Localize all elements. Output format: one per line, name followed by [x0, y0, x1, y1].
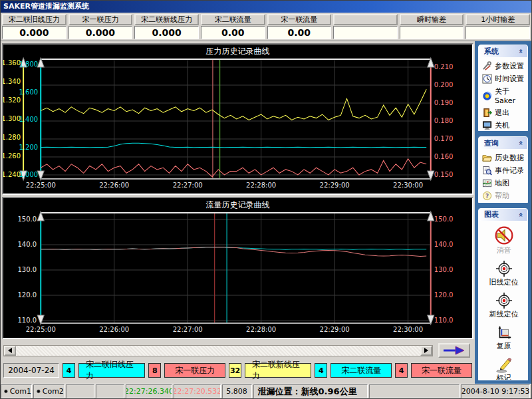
sidebar-item-mark[interactable]: 标记: [481, 354, 526, 380]
legend-item-song1-flow[interactable]: 宋一联流量: [411, 363, 472, 378]
svg-text:22:27:00: 22:27:00: [173, 182, 203, 189]
sidebar-item-label: 新线定位: [489, 309, 519, 319]
sidebar-item-time[interactable]: 时间设置: [481, 72, 526, 85]
svg-text:1.200: 1.200: [19, 144, 38, 151]
sidebar-item-locate-old[interactable]: 旧线定位: [481, 258, 526, 290]
svg-text:140.0: 140.0: [434, 241, 454, 249]
svg-text:22:27:00: 22:27:00: [173, 326, 203, 333]
chevron-up-icon: «: [517, 211, 525, 219]
svg-text:1.240: 1.240: [3, 172, 21, 179]
header-label-2: 宋二联新线压力: [134, 14, 199, 25]
title-bar[interactable]: SAKER管道泄漏监测系统: [1, 1, 531, 13]
tools-icon: [482, 61, 492, 71]
svg-text:110.0: 110.0: [434, 317, 454, 325]
legend-item-song2-new-pressure[interactable]: 宋二联新线压力: [245, 363, 311, 378]
status-cell-blank-1: [66, 384, 94, 398]
status-cell-time-red: 22:27:20.532: [174, 384, 220, 398]
status-text-delta: 5.808: [226, 387, 247, 396]
chart-title: 流量历史记录曲线: [205, 200, 269, 209]
svg-text:130.0: 130.0: [17, 267, 37, 274]
forward-button[interactable]: [438, 343, 470, 358]
sidebar-item-map[interactable]: 地图: [481, 177, 526, 190]
svg-text:150.0: 150.0: [17, 216, 37, 223]
status-cell-blank-3: [369, 384, 460, 398]
legend-count-song2-old-pressure: 4: [63, 363, 75, 378]
legend-count-song1-flow: 4: [395, 363, 408, 378]
chart-area: 1.3601.3401.3201.3001.2801.2601.2401.800…: [1, 41, 475, 384]
pane-title: 系统: [484, 47, 499, 57]
svg-text:1.320: 1.320: [3, 97, 21, 104]
svg-text:?: ?: [485, 193, 489, 200]
status-cell-leak-position: 泄漏位置：新线0.96公里: [253, 384, 368, 398]
header-value-1: 0.000: [68, 26, 133, 39]
header-value-4: 0.00: [267, 26, 332, 39]
status-text-com2: Com2: [43, 387, 64, 396]
svg-text:1.300: 1.300: [3, 116, 21, 123]
right-triangle-icon: [424, 348, 428, 353]
exit-icon: [482, 108, 492, 118]
chevron-up-icon: «: [517, 139, 525, 147]
sidebar-item-label: 旧线定位: [489, 277, 519, 287]
sidebar-item-help: ?帮助: [481, 190, 526, 202]
scroll-right-button[interactable]: [420, 346, 432, 356]
sidebar-item-history[interactable]: 历史数据: [481, 152, 526, 164]
sidebar-item-restore[interactable]: 复原: [481, 322, 526, 354]
header-value-6: [400, 26, 464, 39]
legend-count-song2-flow: 4: [315, 363, 327, 378]
svg-text:0.210: 0.210: [434, 64, 454, 71]
legend-item-song1-pressure[interactable]: 宋一联压力: [164, 363, 225, 378]
svg-text:22:25:00: 22:25:00: [26, 182, 56, 189]
sidebar-pane-查询: 查询«历史数据事件记录地图?帮助: [478, 136, 528, 203]
status-bar: Com1Com222:27:26.34022:27:20.5325.808泄漏位…: [1, 384, 531, 398]
sidebar-item-label: 关于Saker: [495, 86, 525, 105]
legend-item-song2-flow[interactable]: 宋二联流量: [331, 363, 392, 378]
pane-header-0[interactable]: 系统«: [479, 45, 527, 57]
sidebar-item-label: 参数设置: [495, 61, 524, 71]
sidebar-item-locate-new[interactable]: 新线定位: [481, 290, 526, 322]
left-triangle-icon: [8, 348, 12, 353]
svg-text:120.0: 120.0: [17, 292, 37, 299]
mute-icon: [494, 225, 514, 245]
series-宋二联旧线压力: [41, 159, 426, 177]
svg-text:22:26:00: 22:26:00: [99, 182, 129, 189]
svg-text:120.0: 120.0: [434, 292, 454, 299]
sidebar-item-exit[interactable]: 退出: [481, 106, 526, 119]
search-doc-icon: [482, 166, 492, 176]
header-value-3: 0.00: [201, 26, 265, 39]
series-宋一联压力: [41, 143, 426, 147]
svg-text:22:28:00: 22:28:00: [246, 182, 276, 189]
sidebar-pane-系统: 系统«参数设置时间设置关于Saker退出关机: [478, 45, 528, 131]
header-label-1: 宋一联压力: [68, 14, 133, 25]
pane-header-1[interactable]: 查询«: [479, 137, 527, 149]
status-cell-datetime: 2004-8-10 9:17:53: [461, 384, 530, 398]
sidebar-item-params[interactable]: 参数设置: [481, 60, 526, 72]
legend-count-song1-pressure: 8: [148, 363, 161, 378]
svg-text:1.000: 1.000: [19, 172, 38, 179]
sidebar-item-about[interactable]: 关于Saker: [481, 85, 526, 106]
header-label-3: 宋二联流量: [201, 14, 265, 25]
sidebar-item-events[interactable]: 事件记录: [481, 164, 526, 177]
header-label-0: 宋二联旧线压力: [2, 14, 66, 25]
svg-text:22:25:00: 22:25:00: [26, 326, 56, 333]
time-scrollbar[interactable]: [3, 345, 433, 356]
pane-header-2[interactable]: 图表«: [479, 209, 527, 221]
svg-text:0.170: 0.170: [434, 136, 454, 143]
status-text-time-red: 22:27:20.532: [174, 387, 220, 396]
flow-history-chart[interactable]: 150.0140.0130.0120.0110.0150.0140.0130.0…: [2, 197, 473, 339]
scrollbar-track[interactable]: [16, 346, 420, 356]
status-cell-delta: 5.808: [222, 384, 252, 398]
svg-text:22:28:00: 22:28:00: [246, 326, 276, 333]
pressure-history-chart[interactable]: 1.3601.3401.3201.3001.2801.2601.2401.800…: [2, 43, 473, 195]
svg-text:0.180: 0.180: [434, 118, 454, 125]
status-cell-com2: Com2: [33, 384, 65, 398]
svg-text:22:26:00: 22:26:00: [99, 326, 129, 333]
scroll-left-button[interactable]: [4, 346, 16, 356]
folder-icon: [482, 153, 492, 163]
legend-item-song2-old-pressure[interactable]: 宋二联旧线压力: [78, 363, 145, 378]
header-value-2: 0.000: [134, 26, 199, 39]
sidebar-item-label: 时间设置: [495, 74, 524, 84]
sidebar-item-shutdown[interactable]: 关机: [481, 119, 526, 131]
sidebar-item-label: 帮助: [495, 191, 509, 201]
svg-text:150.0: 150.0: [434, 216, 454, 223]
svg-text:0.150: 0.150: [434, 172, 454, 179]
